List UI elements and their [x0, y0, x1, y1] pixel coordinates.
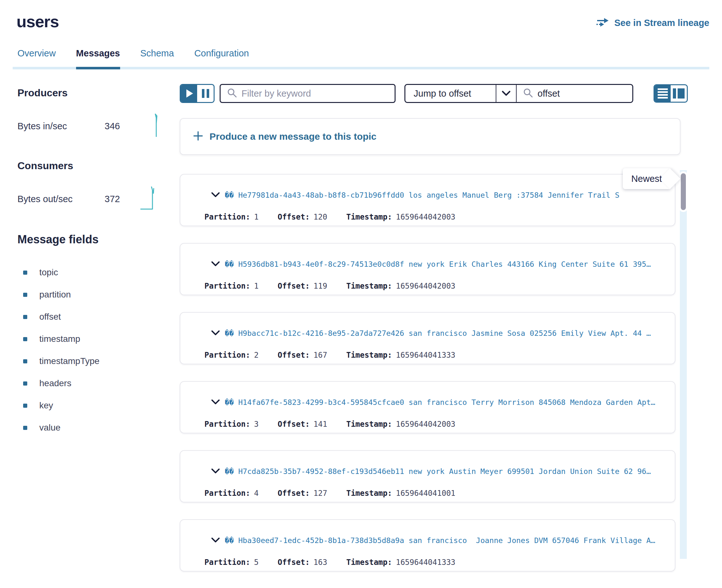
- message-fields-list: topic partition offset timestamp timesta…: [17, 261, 180, 439]
- producers-heading: Producers: [17, 87, 180, 99]
- newest-tooltip: Newest: [623, 168, 671, 189]
- expand-chevron-icon[interactable]: [192, 463, 220, 481]
- message-meta: Partition:4 Offset:127 Timestamp:1659644…: [204, 489, 669, 498]
- message-key: �� H14fa67fe-5823-4299-b3c4-595845cfcae0…: [225, 398, 655, 407]
- filter-input-wrap: [220, 84, 395, 103]
- message-fields-heading: Message fields: [17, 233, 180, 246]
- bullet-icon: [23, 271, 27, 275]
- bullet-icon: [23, 293, 27, 297]
- expand-chevron-icon[interactable]: [192, 394, 220, 412]
- message-key: �� He77981da-4a43-48ab-b8f8-cb71b96ffdd0…: [225, 191, 619, 200]
- list-view-button[interactable]: [655, 85, 671, 102]
- search-icon: [523, 88, 533, 99]
- bullet-icon: [23, 426, 27, 430]
- content: Producers Bytes in/sec 346 Consumers Byt…: [0, 69, 722, 559]
- jump-to-offset-select[interactable]: Jump to offset: [405, 85, 496, 102]
- message-key: �� Hba30eed7-1edc-452b-8b1a-738d3b5d8a9a…: [225, 536, 655, 545]
- tab-schema[interactable]: Schema: [140, 48, 174, 69]
- field-item-timestampType[interactable]: timestampType: [17, 350, 180, 372]
- field-item-timestamp[interactable]: timestamp: [17, 328, 180, 350]
- produce-message-label: Produce a new message to this topic: [209, 131, 376, 142]
- filter-input[interactable]: [242, 88, 388, 99]
- message-key: �� H5936db81-b943-4e0f-8c29-74513e0c0d8f…: [225, 260, 651, 269]
- newest-tooltip-label: Newest: [631, 174, 662, 184]
- bytes-out-label: Bytes out/sec: [17, 194, 105, 204]
- bytes-in-label: Bytes in/sec: [17, 121, 105, 131]
- field-item-headers[interactable]: headers: [17, 372, 180, 395]
- split-view-icon: [673, 88, 685, 99]
- jump-to-offset-group: Jump to offset: [405, 84, 633, 103]
- produce-message-button[interactable]: Produce a new message to this topic: [180, 118, 680, 155]
- expand-chevron-icon[interactable]: [192, 532, 220, 550]
- bytes-out-stat: Bytes out/sec 372: [17, 186, 180, 213]
- message-row[interactable]: �� Hba30eed7-1edc-452b-8b1a-738d3b5d8a9a…: [180, 519, 675, 571]
- tab-overview[interactable]: Overview: [17, 48, 56, 69]
- offset-search-wrap: [516, 85, 632, 102]
- messages-toolbar: Jump to offset: [180, 84, 688, 103]
- play-icon: [186, 89, 193, 98]
- expand-chevron-icon[interactable]: [192, 256, 220, 273]
- expand-chevron-icon[interactable]: [192, 325, 220, 342]
- bullet-icon: [23, 404, 27, 408]
- message-meta: Partition:5 Offset:163 Timestamp:1659644…: [204, 558, 669, 567]
- sidebar: Producers Bytes in/sec 346 Consumers Byt…: [0, 69, 180, 439]
- message-meta: Partition:2 Offset:167 Timestamp:1659644…: [204, 351, 669, 360]
- message-key: �� H7cda825b-35b7-4952-88ef-c193d546eb11…: [225, 467, 651, 476]
- message-row[interactable]: �� H9bacc71c-b12c-4216-8e95-2a7da727e426…: [180, 312, 675, 364]
- pause-button[interactable]: [197, 85, 214, 102]
- message-meta: Partition:3 Offset:141 Timestamp:1659644…: [204, 420, 669, 429]
- split-view-button[interactable]: [671, 85, 687, 102]
- bullet-icon: [23, 315, 27, 319]
- topic-page: users See in Stream lineage Overview Mes…: [0, 0, 722, 588]
- plus-icon: [193, 131, 203, 142]
- consumers-heading: Consumers: [17, 160, 180, 172]
- list-scrollbar[interactable]: [680, 170, 687, 559]
- list-view-icon: [658, 88, 668, 99]
- message-row[interactable]: �� H7cda825b-35b7-4952-88ef-c193d546eb11…: [180, 450, 675, 502]
- play-pause-toggle: [180, 84, 214, 103]
- message-row[interactable]: �� H14fa67fe-5823-4299-b3c4-595845cfcae0…: [180, 381, 675, 434]
- search-icon: [227, 88, 237, 99]
- field-item-offset[interactable]: offset: [17, 306, 180, 328]
- tab-messages[interactable]: Messages: [76, 48, 120, 69]
- message-meta: Partition:1 Offset:120 Timestamp:1659644…: [204, 213, 669, 222]
- bytes-out-value: 372: [105, 194, 140, 204]
- offset-search-input[interactable]: [538, 88, 626, 99]
- stream-lineage-link[interactable]: See in Stream lineage: [596, 17, 709, 29]
- bytes-out-sparkline: [140, 186, 161, 213]
- field-item-topic[interactable]: topic: [17, 261, 180, 284]
- field-item-key[interactable]: key: [17, 395, 180, 417]
- field-item-partition[interactable]: partition: [17, 284, 180, 306]
- bullet-icon: [23, 359, 27, 363]
- bullet-icon: [23, 381, 27, 385]
- bytes-in-value: 346: [105, 121, 140, 131]
- message-key: �� H9bacc71c-b12c-4216-8e95-2a7da727e426…: [225, 329, 651, 338]
- view-mode-toggle: [654, 84, 688, 103]
- bytes-in-stat: Bytes in/sec 346: [17, 113, 180, 140]
- chevron-down-icon[interactable]: [496, 85, 516, 102]
- tab-configuration[interactable]: Configuration: [194, 48, 249, 69]
- message-row[interactable]: �� He77981da-4a43-48ab-b8f8-cb71b96ffdd0…: [180, 174, 675, 226]
- lineage-arrow-icon: [596, 17, 610, 29]
- page-header: users See in Stream lineage: [0, 0, 722, 31]
- bytes-in-sparkline: [152, 113, 161, 140]
- message-list: �� He77981da-4a43-48ab-b8f8-cb71b96ffdd0…: [180, 171, 687, 559]
- bullet-icon: [23, 337, 27, 341]
- tab-bar: Overview Messages Schema Configuration: [13, 48, 709, 69]
- expand-chevron-icon[interactable]: [192, 187, 220, 204]
- field-item-value[interactable]: value: [17, 417, 180, 439]
- message-meta: Partition:1 Offset:119 Timestamp:1659644…: [204, 282, 669, 291]
- messages-panel: Jump to offset: [180, 69, 688, 559]
- page-title: users: [17, 12, 59, 31]
- play-button[interactable]: [181, 85, 197, 102]
- message-row[interactable]: �� H5936db81-b943-4e0f-8c29-74513e0c0d8f…: [180, 243, 675, 295]
- pause-icon: [202, 89, 209, 98]
- lineage-link-label: See in Stream lineage: [614, 18, 709, 28]
- scrollbar-thumb[interactable]: [679, 171, 688, 212]
